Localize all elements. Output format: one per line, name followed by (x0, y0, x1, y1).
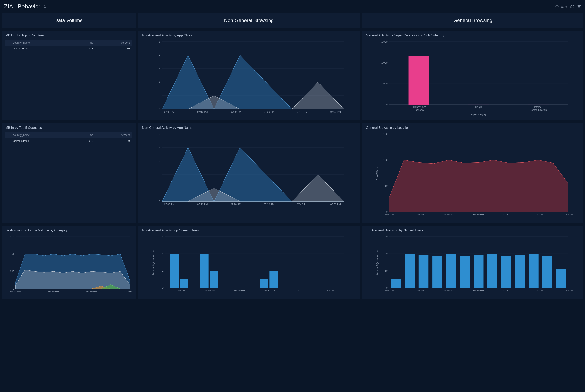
svg-rect-32 (468, 104, 489, 105)
svg-rect-117 (391, 278, 401, 288)
svg-text:Internet: Internet (534, 106, 542, 108)
svg-text:07:30 PM: 07:30 PM (503, 289, 514, 292)
svg-text:07:40 PM: 07:40 PM (294, 289, 304, 292)
page-header: ZIA - Behavior -60m (2, 2, 583, 13)
svg-rect-97 (200, 254, 209, 288)
svg-text:150: 150 (383, 235, 387, 238)
svg-rect-124 (487, 254, 497, 288)
svg-rect-29 (408, 56, 429, 105)
svg-rect-100 (270, 271, 278, 288)
section-header-non-general: Non-General Browsing (138, 13, 360, 28)
svg-text:testuser2@bd-dev.com: testuser2@bd-dev.com (152, 250, 155, 275)
chart-gen-loc[interactable]: 05010015006:50 PM07:00 PM07:10 PM07:20 P… (366, 132, 580, 220)
panel-title: Top General Browsing by Named Users (366, 228, 580, 232)
svg-text:07:50 PM: 07:50 PM (330, 110, 341, 114)
col-mb[interactable]: mb (70, 40, 95, 46)
svg-text:testuser2@bd-dev.com: testuser2@bd-dev.com (376, 250, 378, 275)
svg-text:07:30 PM: 07:30 PM (264, 110, 274, 114)
chart-gen-super[interactable]: 05001,0001,500Business andEconomyDrugsIn… (366, 40, 580, 117)
col-mb[interactable]: mb (70, 132, 95, 138)
chart-ng-name[interactable]: 01234507:00 PM07:10 PM07:20 PM07:30 PM07… (142, 132, 356, 210)
mb-out-table: country_name mb percent 1 United States … (5, 40, 132, 52)
svg-text:0: 0 (162, 286, 164, 289)
svg-text:06:50 PM: 06:50 PM (384, 213, 394, 216)
time-range-selector[interactable]: -60m (555, 5, 567, 8)
col-percent[interactable]: percent (95, 40, 132, 46)
panel-gen-super: General Activity by Super Category and S… (362, 31, 584, 120)
svg-text:100: 100 (383, 158, 387, 162)
external-link-icon[interactable] (43, 4, 47, 9)
svg-text:0: 0 (159, 108, 160, 110)
panel-gen-loc: General Browsing by Location 05010015006… (362, 123, 584, 223)
header-left: ZIA - Behavior (4, 3, 47, 10)
col-country[interactable]: country_name (11, 132, 70, 138)
svg-text:07:00 PM: 07:00 PM (164, 203, 174, 206)
svg-text:0.1: 0.1 (11, 252, 14, 256)
svg-text:07:20 PM: 07:20 PM (234, 289, 245, 292)
svg-text:06:50 PM: 06:50 PM (10, 290, 21, 293)
svg-text:supercategory: supercategory (471, 113, 486, 116)
refresh-button[interactable] (570, 5, 574, 8)
mb-in-table: country_name mb percent 1 United States … (5, 132, 132, 144)
svg-text:500: 500 (383, 82, 387, 85)
svg-text:07:00 PM: 07:00 PM (414, 213, 424, 216)
svg-text:1,500: 1,500 (381, 40, 387, 43)
svg-rect-127 (528, 254, 538, 288)
section-header-data-volume: Data Volume (2, 13, 136, 28)
svg-rect-120 (432, 256, 442, 288)
svg-rect-122 (460, 256, 470, 288)
svg-rect-96 (180, 279, 188, 288)
svg-text:07:00 PM: 07:00 PM (414, 289, 424, 292)
svg-text:07:40 PM: 07:40 PM (533, 289, 543, 292)
svg-rect-128 (542, 256, 552, 288)
filter-button[interactable] (577, 5, 581, 8)
panel-title: Non-General Activity by App Name (142, 126, 356, 130)
table-row[interactable]: 1 United States 1.1 100 (5, 46, 132, 52)
svg-rect-121 (446, 254, 456, 288)
page-title: ZIA - Behavior (4, 3, 40, 10)
table-row[interactable]: 1 United States 0.6 100 (5, 138, 132, 144)
panel-title: MB Out by Top 5 Countries (5, 34, 132, 37)
svg-text:1,000: 1,000 (381, 61, 387, 64)
svg-rect-126 (515, 256, 524, 288)
svg-text:0: 0 (159, 200, 160, 203)
panel-mb-in: MB In by Top 5 Countries country_name mb… (2, 123, 136, 223)
svg-text:50: 50 (385, 269, 388, 272)
svg-text:Business and: Business and (412, 106, 426, 108)
svg-text:5: 5 (159, 133, 160, 136)
panel-title: General Activity by Super Category and S… (366, 34, 580, 37)
svg-text:07:10 PM: 07:10 PM (443, 213, 454, 216)
svg-text:100: 100 (383, 252, 387, 255)
svg-text:07:20 PM: 07:20 PM (473, 289, 484, 292)
panel-title: Destination vs Source Volume by Category (5, 228, 132, 232)
svg-text:07:10 PM: 07:10 PM (443, 289, 454, 292)
svg-text:Drugs: Drugs (475, 106, 482, 108)
panel-title: General Browsing by Location (366, 126, 580, 130)
col-percent[interactable]: percent (95, 132, 132, 138)
svg-text:07:30 PM: 07:30 PM (264, 289, 274, 292)
chart-ng-users[interactable]: 024607:00 PM07:10 PM07:20 PM07:30 PM07:4… (142, 235, 356, 296)
svg-text:1: 1 (159, 94, 160, 97)
svg-text:6: 6 (162, 235, 164, 238)
svg-text:2: 2 (162, 269, 164, 272)
svg-text:5: 5 (159, 40, 160, 43)
svg-rect-34 (528, 104, 548, 105)
svg-text:07:50 PM: 07:50 PM (330, 203, 341, 206)
chart-gen-users[interactable]: 05010015006:50 PM07:00 PM07:10 PM07:20 P… (366, 235, 580, 296)
svg-rect-118 (405, 254, 414, 288)
col-country[interactable]: country_name (11, 40, 70, 46)
chart-dest-src[interactable]: 00.050.10.1506:50 PM07:10 PM07:30 PM07:5… (5, 235, 132, 296)
panel-ng-users: Non-General Activity Top Named Users 024… (138, 226, 360, 299)
svg-text:07:30 PM: 07:30 PM (503, 213, 514, 216)
section-header-general: General Browsing (362, 13, 584, 28)
svg-text:07:50 PM: 07:50 PM (563, 213, 573, 216)
svg-text:2: 2 (159, 81, 160, 84)
svg-text:150: 150 (383, 133, 387, 136)
svg-text:0: 0 (386, 210, 388, 213)
header-right: -60m (555, 5, 581, 8)
chart-ng-class[interactable]: 01234507:00 PM07:10 PM07:20 PM07:30 PM07… (142, 40, 356, 117)
panel-dest-src: Destination vs Source Volume by Category… (2, 226, 136, 299)
panel-mb-out: MB Out by Top 5 Countries country_name m… (2, 31, 136, 120)
svg-text:3: 3 (159, 67, 160, 70)
svg-text:0.05: 0.05 (10, 270, 14, 273)
